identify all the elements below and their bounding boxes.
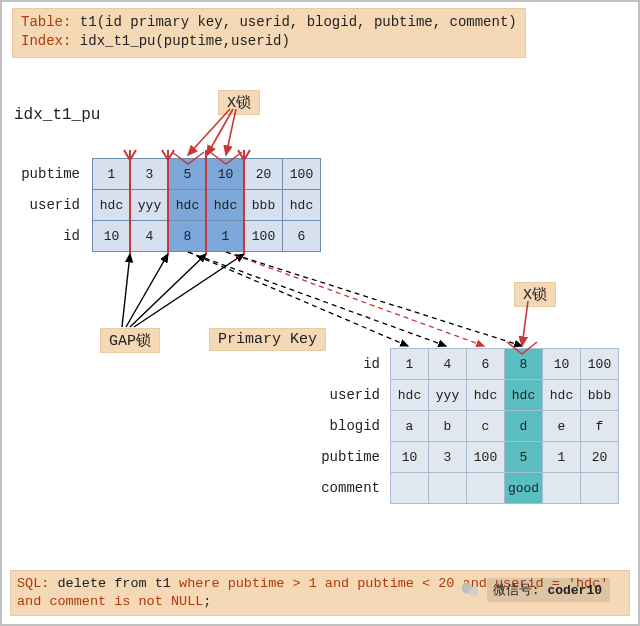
pk-cell: 20 [581, 442, 619, 473]
pk-cell: f [581, 411, 619, 442]
xlock-label-index: X锁 [218, 90, 260, 115]
sql-part2: ; [203, 594, 211, 609]
idx-row-label: pubtime [16, 166, 80, 182]
schema-table-def: t1(id primary key, userid, blogid, pubti… [80, 14, 517, 30]
schema-box: Table: t1(id primary key, userid, blogid… [12, 8, 526, 58]
pk-cell: 1 [543, 442, 581, 473]
pk-row-label: comment [320, 480, 380, 496]
idx-cell: 6 [283, 221, 321, 252]
pk-cell: 6 [467, 349, 505, 380]
pk-cell: yyy [429, 380, 467, 411]
svg-point-17 [469, 587, 478, 596]
svg-line-1 [207, 109, 233, 155]
pk-cell [581, 473, 619, 504]
pk-cell [467, 473, 505, 504]
sql-part1: delete from t1 [49, 576, 179, 591]
schema-table-label: Table: [21, 14, 71, 30]
pk-cell: c [467, 411, 505, 442]
pk-cell: hdc [543, 380, 581, 411]
svg-line-3 [122, 254, 130, 327]
pk-cell: d [505, 411, 543, 442]
primary-key-table: 1 4 6 8 10 100 hdc yyy hdc hdc hdc bbb a… [390, 348, 619, 504]
idx-cell: hdc [169, 190, 207, 221]
pk-cell: 3 [429, 442, 467, 473]
primary-key-label: Primary Key [209, 328, 326, 351]
schema-index-label: Index: [21, 33, 71, 49]
idx-cell: 1 [207, 221, 245, 252]
idx-cell: hdc [93, 190, 131, 221]
pk-row-label: id [320, 356, 380, 372]
svg-line-4 [126, 254, 168, 327]
idx-cell: hdc [283, 190, 321, 221]
pk-cell: a [391, 411, 429, 442]
pk-row-label: pubtime [320, 449, 380, 465]
svg-line-15 [522, 301, 528, 346]
pk-cell: bbb [581, 380, 619, 411]
svg-line-0 [188, 109, 230, 155]
schema-index-def: idx_t1_pu(puptime,userid) [80, 33, 290, 49]
idx-cell: hdc [207, 190, 245, 221]
arrow-overlay [2, 2, 640, 626]
idx-cell: 100 [283, 159, 321, 190]
pk-cell: good [505, 473, 543, 504]
pk-cell [429, 473, 467, 504]
idx-cell: 8 [169, 221, 207, 252]
idx-cell: yyy [131, 190, 169, 221]
idx-cell: 100 [245, 221, 283, 252]
idx-row-label: userid [16, 197, 80, 213]
pk-cell: 5 [505, 442, 543, 473]
pk-cell [543, 473, 581, 504]
pk-cell: 100 [467, 442, 505, 473]
pk-cell: 10 [391, 442, 429, 473]
pk-row-label: userid [320, 387, 380, 403]
idx-cell: 3 [131, 159, 169, 190]
idx-cell: 10 [93, 221, 131, 252]
pk-cell [391, 473, 429, 504]
pk-cell: hdc [505, 380, 543, 411]
xlock-label-pk: X锁 [514, 282, 556, 307]
wechat-account: coder10 [547, 583, 602, 598]
svg-line-6 [134, 254, 244, 327]
idx-cell: 5 [169, 159, 207, 190]
diagram-canvas: Table: t1(id primary key, userid, blogid… [0, 0, 640, 626]
index-name-label: idx_t1_pu [14, 106, 100, 124]
pk-cell: 100 [581, 349, 619, 380]
pk-cell: 8 [505, 349, 543, 380]
pk-cell: hdc [467, 380, 505, 411]
pk-row-label: blogid [320, 418, 380, 434]
idx-cell: bbb [245, 190, 283, 221]
pk-cell: b [429, 411, 467, 442]
idx-cell: 1 [93, 159, 131, 190]
idx-cell: 4 [131, 221, 169, 252]
idx-cell: 20 [245, 159, 283, 190]
wechat-watermark: 微信号: coder10 [459, 578, 610, 602]
svg-line-2 [226, 109, 236, 155]
idx-row-label: id [16, 228, 80, 244]
pk-cell: 10 [543, 349, 581, 380]
pk-cell: hdc [391, 380, 429, 411]
idx-cell: 10 [207, 159, 245, 190]
pk-cell: 1 [391, 349, 429, 380]
wechat-icon [459, 579, 481, 601]
sql-prefix: SQL: [17, 576, 49, 591]
svg-line-5 [130, 254, 206, 327]
index-table: 1 3 5 10 20 100 hdc yyy hdc hdc bbb hdc … [92, 158, 321, 252]
gaplock-label: GAP锁 [100, 328, 160, 353]
pk-cell: e [543, 411, 581, 442]
pk-cell: 4 [429, 349, 467, 380]
wechat-label: 微信号: [493, 583, 540, 598]
